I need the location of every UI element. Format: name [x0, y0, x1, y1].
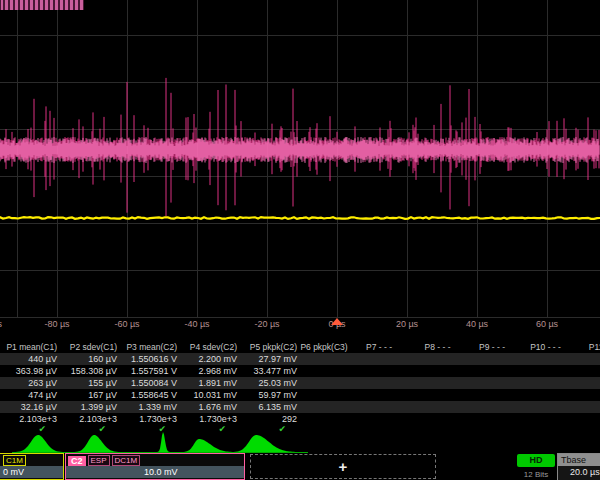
- time-axis-label: -20 µs: [254, 319, 279, 329]
- histicon[interactable]: [70, 435, 125, 452]
- measure-cell: 155 µV: [60, 378, 120, 388]
- measure-header-cell[interactable]: P9 - - -: [465, 342, 519, 352]
- measure-row: 263 µV155 µV1.550084 V1.891 mV25.03 mV: [0, 377, 600, 389]
- measure-cell: 25.03 mV: [240, 378, 300, 388]
- measure-header-cell[interactable]: P10 - - -: [519, 342, 572, 352]
- measure-cell: 2.200 mV: [180, 354, 240, 364]
- measure-header-cell[interactable]: P8 - - -: [410, 342, 465, 352]
- c2-label: C2: [68, 456, 86, 466]
- channel-c1-descriptor[interactable]: C1M 0 mV: [0, 453, 64, 480]
- measure-cell: 158.308 µV: [60, 366, 120, 376]
- measure-header-row: P1 mean(C1)P2 sdev(C1)P3 mean(C2)P4 sdev…: [0, 341, 600, 353]
- measure-cell: 2.103e+3: [60, 414, 120, 424]
- measure-cell: 33.477 mV: [240, 366, 300, 376]
- measure-header-cell[interactable]: P6 pkpk(C3): [300, 342, 348, 352]
- histicon[interactable]: [10, 435, 69, 452]
- hd-mode-badge[interactable]: HD: [517, 454, 555, 467]
- measure-cell: 160 µV: [60, 354, 120, 364]
- trigger-position-marker[interactable]: [331, 318, 343, 325]
- time-axis-label: 40 µs: [466, 319, 488, 329]
- measure-header-cell[interactable]: P11: [572, 342, 600, 352]
- time-axis-label: 20 µs: [396, 319, 418, 329]
- measure-header-cell[interactable]: P5 pkpk(C2): [240, 342, 300, 352]
- measure-header-cell[interactable]: P7 - - -: [348, 342, 410, 352]
- time-axis-label: 60 µs: [536, 319, 558, 329]
- measure-cell: 440 µV: [0, 354, 60, 364]
- measure-cell: 263 µV: [0, 378, 60, 388]
- measure-cell: 1.730e+3: [180, 414, 240, 424]
- histicon[interactable]: [157, 432, 171, 452]
- measure-cell: 292: [240, 414, 300, 424]
- histicon[interactable]: [228, 435, 306, 452]
- measure-cell: 1.339 mV: [120, 402, 180, 412]
- measure-cell: 1.730e+3: [120, 414, 180, 424]
- measure-cell: 1.557591 V: [120, 366, 180, 376]
- time-axis-label: -60 µs: [114, 319, 139, 329]
- c1-volts-per-div: 0 mV: [0, 466, 63, 478]
- measure-cell: 2.103e+3: [0, 414, 60, 424]
- measure-cell: 59.97 mV: [240, 390, 300, 400]
- measurement-table: P1 mean(C1)P2 sdev(C1)P3 mean(C2)P4 sdev…: [0, 341, 600, 434]
- measure-cell: 474 µV: [0, 390, 60, 400]
- measure-cell: 1.399 µV: [60, 402, 120, 412]
- measure-row: 474 µV167 µV1.558645 V10.031 mV59.97 mV: [0, 389, 600, 401]
- hd-bits-label: 12 Bits: [517, 470, 555, 479]
- measure-header-cell[interactable]: P2 sdev(C1): [60, 342, 120, 352]
- c1-trace-waveform: [0, 217, 600, 219]
- measure-cell: 1.891 mV: [180, 378, 240, 388]
- measure-cell: 32.16 µV: [0, 402, 60, 412]
- histicon[interactable]: [179, 439, 243, 452]
- measure-row: 363.98 µV158.308 µV1.557591 V2.968 mV33.…: [0, 365, 600, 377]
- time-axis-label: -100 µs: [0, 319, 2, 329]
- measure-cell: 1.550084 V: [120, 378, 180, 388]
- measure-cell: 6.135 mV: [240, 402, 300, 412]
- measure-row: 440 µV160 µV1.550616 V2.200 mV27.97 mV: [0, 353, 600, 365]
- c1-coupling-badge: C1M: [3, 455, 26, 466]
- measure-header-cell[interactable]: P4 sdev(C2): [180, 342, 240, 352]
- measure-cell: 1.676 mV: [180, 402, 240, 412]
- measure-header-cell[interactable]: P3 mean(C2): [120, 342, 180, 352]
- plus-icon: +: [339, 458, 348, 475]
- timebase-descriptor[interactable]: Tbase 20.0 µs: [557, 453, 600, 480]
- measure-cell: 167 µV: [60, 390, 120, 400]
- measure-row: 32.16 µV1.399 µV1.339 mV1.676 mV6.135 mV: [0, 401, 600, 413]
- measure-cell: 1.550616 V: [120, 354, 180, 364]
- measure-row: 2.103e+32.103e+31.730e+31.730e+3292: [0, 413, 600, 425]
- channel-c2-descriptor[interactable]: C2 ESP DC1M 10.0 mV: [65, 453, 245, 480]
- measure-cell: 10.031 mV: [180, 390, 240, 400]
- c2-coupling-badge: DC1M: [112, 455, 141, 466]
- timebase-title: Tbase: [558, 454, 600, 466]
- add-trace-button[interactable]: +: [250, 454, 436, 479]
- oscilloscope-screen: -100 µs-80 µs-60 µs-40 µs-20 µs0 µs20 µs…: [0, 0, 600, 480]
- trace-label-badge: [0, 0, 84, 10]
- c2-esp-badge: ESP: [88, 455, 110, 466]
- measure-cell: 363.98 µV: [0, 366, 60, 376]
- timebase-value: 20.0 µs: [558, 466, 600, 479]
- measure-header-cell[interactable]: P1 mean(C1): [0, 342, 60, 352]
- measure-cell: 2.968 mV: [180, 366, 240, 376]
- measure-cell: 1.558645 V: [120, 390, 180, 400]
- measure-cell: 27.97 mV: [240, 354, 300, 364]
- descriptor-bar: C1M 0 mV C2 ESP DC1M 10.0 mV + HD 12 Bit…: [0, 453, 600, 480]
- time-axis-label: -80 µs: [44, 319, 69, 329]
- c2-volts-per-div: 10.0 mV: [66, 466, 244, 478]
- time-axis-label: -40 µs: [184, 319, 209, 329]
- waveform-area: [0, 0, 600, 318]
